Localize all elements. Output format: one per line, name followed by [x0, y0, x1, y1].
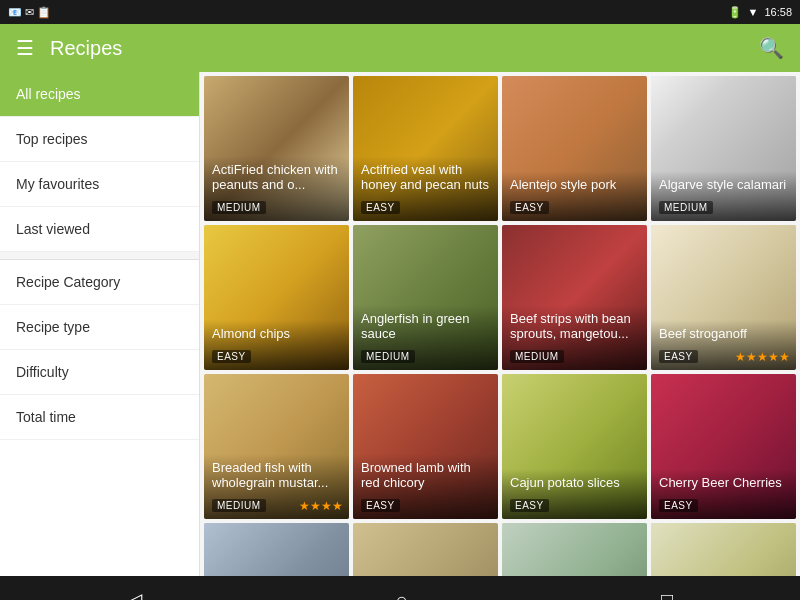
recipe-overlay: ActiFried chicken with peanuts and o... … — [204, 156, 349, 221]
wifi-icon: ▼ — [748, 6, 759, 18]
difficulty-badge: EASY — [659, 499, 698, 512]
recipe-title: Anglerfish in green sauce — [361, 311, 490, 342]
difficulty-badge: EASY — [361, 201, 400, 214]
status-bar: 📧 ✉ 📋 🔋 ▼ 16:58 — [0, 0, 800, 24]
recipe-card[interactable]: Cajun potato slices EASY — [502, 374, 647, 519]
sidebar-item-recipe-category[interactable]: Recipe Category — [0, 260, 199, 305]
recipe-card[interactable]: Alentejo style pork EASY — [502, 76, 647, 221]
status-bar-left: 📧 ✉ 📋 — [8, 6, 51, 19]
recipe-title: Alentejo style pork — [510, 177, 639, 193]
toolbar-left: ☰ Recipes — [16, 36, 122, 60]
status-bar-right: 🔋 ▼ 16:58 — [728, 6, 792, 19]
sidebar-item-recipe-type[interactable]: Recipe type — [0, 305, 199, 350]
recipe-title: Cherry Beer Cherries — [659, 475, 788, 491]
recipe-title: ActiFried chicken with peanuts and o... — [212, 162, 341, 193]
recents-button[interactable]: □ — [629, 581, 705, 601]
recipe-card[interactable] — [502, 523, 647, 576]
back-button[interactable]: ◁ — [95, 580, 174, 600]
recipe-card[interactable] — [651, 523, 796, 576]
recipe-title: Almond chips — [212, 326, 341, 342]
menu-button[interactable]: ☰ — [16, 36, 34, 60]
recipe-card[interactable]: Algarve style calamari MEDIUM — [651, 76, 796, 221]
recipe-card[interactable] — [353, 523, 498, 576]
difficulty-badge: MEDIUM — [361, 350, 415, 363]
difficulty-badge: MEDIUM — [659, 201, 713, 214]
difficulty-badge: EASY — [510, 499, 549, 512]
difficulty-badge: EASY — [212, 350, 251, 363]
time-display: 16:58 — [764, 6, 792, 18]
sidebar-item-all-recipes[interactable]: All recipes — [0, 72, 199, 117]
recipe-title: Beef stroganoff — [659, 326, 788, 342]
recipe-card[interactable]: Anglerfish in green sauce MEDIUM — [353, 225, 498, 370]
recipe-overlay: Anglerfish in green sauce MEDIUM — [353, 305, 498, 370]
sidebar-item-my-favourites[interactable]: My favourites — [0, 162, 199, 207]
recipe-card[interactable]: ActiFried chicken with peanuts and o... … — [204, 76, 349, 221]
recipe-card[interactable]: Almond chips EASY — [204, 225, 349, 370]
sidebar-item-difficulty[interactable]: Difficulty — [0, 350, 199, 395]
recipe-title: Algarve style calamari — [659, 177, 788, 193]
difficulty-badge: MEDIUM — [212, 499, 266, 512]
recipe-image — [204, 523, 349, 576]
battery-icon: 🔋 — [728, 6, 742, 19]
notification-icons: 📧 ✉ 📋 — [8, 6, 51, 19]
recipe-title: Breaded fish with wholegrain mustar... — [212, 460, 341, 491]
recipe-overlay: Actifried veal with honey and pecan nuts… — [353, 156, 498, 221]
recipe-card[interactable]: Breaded fish with wholegrain mustar... M… — [204, 374, 349, 519]
recipe-overlay: Cajun potato slices EASY — [502, 469, 647, 519]
recipe-title: Actifried veal with honey and pecan nuts — [361, 162, 490, 193]
recipe-overlay: Almond chips EASY — [204, 320, 349, 370]
sidebar-divider — [0, 252, 199, 260]
recipe-image — [651, 523, 796, 576]
sidebar-item-total-time[interactable]: Total time — [0, 395, 199, 440]
difficulty-badge: MEDIUM — [510, 350, 564, 363]
recipe-stars: ★★★★★ — [735, 350, 790, 364]
toolbar: ☰ Recipes 🔍 — [0, 24, 800, 72]
recipe-title: Beef strips with bean sprouts, mangetou.… — [510, 311, 639, 342]
sidebar-item-last-viewed[interactable]: Last viewed — [0, 207, 199, 252]
recipe-overlay: Algarve style calamari MEDIUM — [651, 171, 796, 221]
difficulty-badge: MEDIUM — [212, 201, 266, 214]
sidebar: All recipes Top recipes My favourites La… — [0, 72, 200, 576]
recipe-title: Cajun potato slices — [510, 475, 639, 491]
home-button[interactable]: ○ — [363, 581, 439, 601]
recipe-overlay: Beef strips with bean sprouts, mangetou.… — [502, 305, 647, 370]
recipe-card[interactable]: Actifried veal with honey and pecan nuts… — [353, 76, 498, 221]
difficulty-badge: EASY — [361, 499, 400, 512]
recipe-card[interactable]: Beef strips with bean sprouts, mangetou.… — [502, 225, 647, 370]
main-content: All recipes Top recipes My favourites La… — [0, 72, 800, 576]
recipe-overlay: Browned lamb with red chicory EASY — [353, 454, 498, 519]
sidebar-item-top-recipes[interactable]: Top recipes — [0, 117, 199, 162]
search-button[interactable]: 🔍 — [759, 36, 784, 60]
recipe-card[interactable]: Browned lamb with red chicory EASY — [353, 374, 498, 519]
recipe-overlay: Cherry Beer Cherries EASY — [651, 469, 796, 519]
difficulty-badge: EASY — [659, 350, 698, 363]
recipe-overlay: Alentejo style pork EASY — [502, 171, 647, 221]
recipe-card[interactable]: Beef stroganoff EASY ★★★★★ — [651, 225, 796, 370]
recipe-stars: ★★★★ — [299, 499, 343, 513]
toolbar-title: Recipes — [50, 37, 122, 60]
recipe-grid: ActiFried chicken with peanuts and o... … — [200, 72, 800, 576]
recipe-title: Browned lamb with red chicory — [361, 460, 490, 491]
difficulty-badge: EASY — [510, 201, 549, 214]
recipe-card[interactable]: Cherry Beer Cherries EASY — [651, 374, 796, 519]
recipe-image — [353, 523, 498, 576]
recipe-card[interactable] — [204, 523, 349, 576]
nav-bar: ◁ ○ □ — [0, 576, 800, 600]
recipe-image — [502, 523, 647, 576]
